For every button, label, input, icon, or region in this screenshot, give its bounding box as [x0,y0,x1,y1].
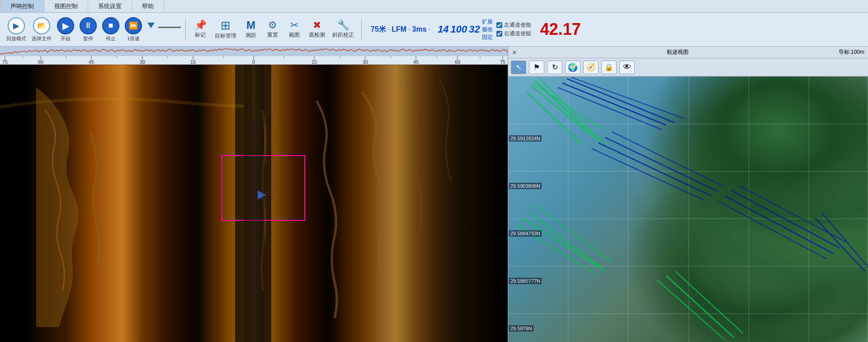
pause-button[interactable]: ⏸ 暂停 [78,16,99,43]
map-tool-globe[interactable]: 🌍 [565,61,580,74]
coord-label-5: 29.5876N [509,325,533,332]
map-tool-lock[interactable]: 🔒 [601,61,617,74]
mark-button[interactable]: 📌 标记 [190,19,210,40]
menu-help[interactable]: 帮助 [132,0,164,12]
map-tool-rotate[interactable]: ↻ [547,61,562,74]
map-panel: ✕ 航迹视图 导标:100m ↖ ⚑ ↻ 🌍 🧭 🔒 👁 [508,47,868,342]
measure-icon: M [246,20,255,31]
ruler-svg: 75 60 45 30 15 0 15 30 45 [0,56,508,64]
left-channel-row: 左通道使能 [496,21,531,29]
map-tool-flag[interactable]: ⚑ [529,61,544,74]
svg-text:60: 60 [455,59,460,64]
pulse-param: 3ms [412,25,427,33]
playback-mode-label: 回放模式 [6,35,26,42]
mark-label: 标记 [195,31,206,39]
start-label: 开始 [61,35,71,42]
playback-mode-button[interactable]: ▶ 回放模式 [5,16,28,43]
svg-text:45: 45 [89,59,94,64]
map-header: ✕ 航迹视图 导标:100m [508,47,868,58]
pause-icon: ⏸ [80,17,97,34]
svg-text:45: 45 [413,59,419,64]
target-manage-icon: ⊞ [221,19,231,31]
menu-system-settings[interactable]: 系统设置 [88,0,132,12]
map-view[interactable]: 29.5912824N 29.5903806N 29.5894793N 29.5… [508,76,868,342]
svg-text:15: 15 [190,59,196,64]
screenshot-icon: ✂ [290,20,298,30]
screenshot-label: 截图 [289,31,300,39]
map-tool-eye[interactable]: 👁 [619,61,635,74]
waveform-svg [0,47,508,56]
measure-label: 测距 [245,32,256,39]
svg-rect-32 [244,65,264,342]
waveform-param: LFM [392,25,406,33]
bottom-detect-button[interactable]: ✖ 底检测 [306,19,328,40]
svg-text:15: 15 [311,59,317,64]
param-numbers: 14 100 32 [438,24,480,35]
coord-label-3: 29.5894793N [509,230,542,237]
main-content: 75 60 45 30 15 0 15 30 45 [0,47,868,342]
map-background [508,76,868,342]
left-channel-checkbox[interactable] [496,22,502,28]
timeline-bar: 75 60 45 30 15 0 15 30 45 [0,47,508,65]
stop-icon: ■ [102,17,119,34]
svg-text:75: 75 [500,59,505,64]
coord-label-1: 29.5912824N [509,135,542,142]
speed-arrow-group [147,23,181,36]
left-channel-label: 左通道使能 [504,21,531,29]
map-scale: 导标:100m [839,48,864,56]
slant-correct-label: 斜距校正 [332,31,354,39]
status-params: 75米 · LFM · 3ms · 14 100 32 扩展 服收 固定 左通道… [371,18,581,41]
toolbar: ▶ 回放模式 📂 选择文件 ▶ 开始 ⏸ 暂停 ■ 停止 ⏩ 1倍速 [0,13,868,47]
menu-bar: 声呐控制 视图控制 系统设置 帮助 [0,0,868,13]
expand-value: 14 [438,24,448,35]
sonar-panel: 75 60 45 30 15 0 15 30 45 [0,47,508,342]
sep2 [361,18,362,41]
sonar-image[interactable] [0,65,508,342]
channel-checkboxes: 左通道使能 右通道使能 [496,21,531,38]
measure-button[interactable]: M 测距 [241,19,261,40]
param-labels: 扩展 服收 固定 [482,18,493,41]
speed-arrow-icon [147,23,155,28]
ruler-area: 75 60 45 30 15 0 15 30 45 [0,56,508,64]
svg-text:30: 30 [140,59,145,64]
target-manage-label: 目标管理 [215,32,236,40]
fastforward-button[interactable]: ⏩ 1倍速 [123,16,144,43]
receive-value: 100 [451,24,467,35]
stop-button[interactable]: ■ 停止 [100,16,121,43]
svg-text:0: 0 [252,59,255,64]
sep-dot3: · [429,25,430,33]
sep-dot2: · [408,25,410,33]
coord-label-2: 29.5903806N [509,183,542,189]
playback-controls: ▶ 回放模式 📂 选择文件 ▶ 开始 ⏸ 暂停 ■ 停止 ⏩ 1倍速 [5,16,144,43]
slant-correct-button[interactable]: 🔧 斜距校正 [330,19,357,40]
map-tool-pointer[interactable]: ↖ [511,61,526,74]
receive-label: 服收 [482,26,493,33]
map-tool-compass[interactable]: 🧭 [583,61,599,74]
close-map-button[interactable]: ✕ [512,49,517,56]
bottom-detect-label: 底检测 [309,31,325,39]
right-channel-checkbox[interactable] [496,31,502,37]
map-toolbar: ↖ ⚑ ↻ 🌍 🧭 🔒 👁 [508,58,868,76]
fastforward-icon: ⏩ [125,17,142,34]
start-button[interactable]: ▶ 开始 [55,16,76,43]
svg-text:75: 75 [2,59,8,64]
sep-dot1: · [388,25,390,33]
tool-controls: 📌 标记 ⊞ 目标管理 M 测距 ⚙ 重置 ✂ 截图 ✖ 底检测 🔧 斜距校正 [190,19,357,41]
screenshot-button[interactable]: ✂ 截图 [284,19,304,40]
stop-label: 停止 [106,35,116,42]
sep1 [185,18,186,41]
start-icon: ▶ [57,17,74,34]
svg-text:30: 30 [363,59,368,64]
reset-label: 重置 [267,31,278,39]
target-manage-button[interactable]: ⊞ 目标管理 [212,19,239,41]
reset-button[interactable]: ⚙ 重置 [263,19,283,40]
menu-sound-control[interactable]: 声呐控制 [0,0,44,12]
expand-label: 扩展 [482,18,493,26]
mark-icon: 📌 [194,20,207,30]
waveform-area [0,47,508,56]
menu-view-control[interactable]: 视图控制 [44,0,88,12]
fixed-label: 固定 [482,33,493,41]
select-file-label: 选择文件 [32,35,52,42]
main-value: 42.17 [540,20,581,39]
select-file-button[interactable]: 📂 选择文件 [30,16,53,43]
